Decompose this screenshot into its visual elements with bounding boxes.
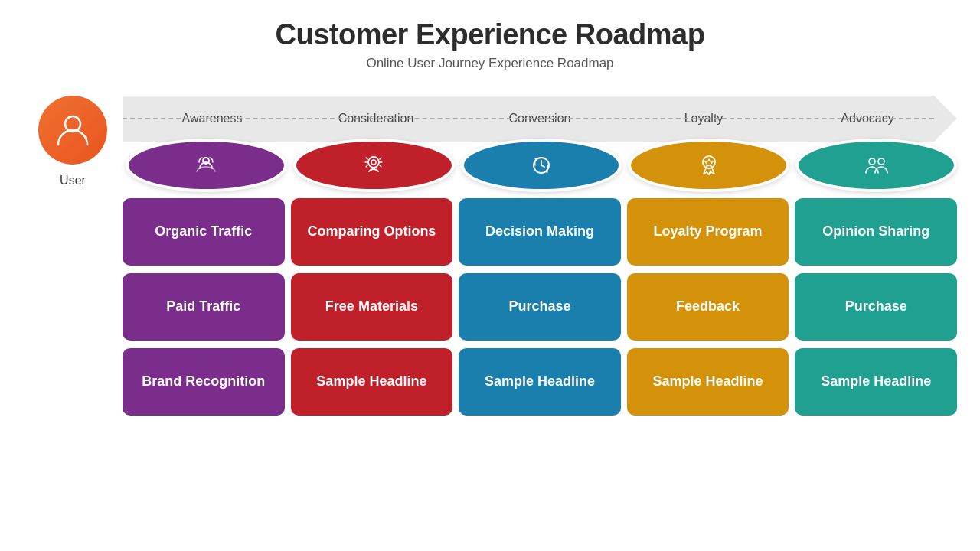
cell-r2-c3: Purchase (459, 273, 621, 341)
svg-point-7 (878, 158, 884, 165)
cell-r1-c5: Opinion Sharing (795, 198, 957, 266)
cell-r3-c2: Sample Headline (291, 348, 453, 416)
cell-r1-c3: Decision Making (459, 198, 621, 266)
icon-wrapper-loyalty (628, 139, 789, 192)
cell-r3-c1: Brand Recognition (122, 348, 285, 416)
icon-circle-loyalty (628, 139, 789, 192)
icon-wrapper-conversion (461, 139, 622, 192)
icon-circle-advocacy (795, 139, 957, 192)
svg-point-2 (368, 157, 379, 168)
awareness-icon (192, 152, 220, 179)
user-avatar (38, 96, 107, 165)
icon-wrapper-consideration (293, 139, 455, 192)
cell-r2-c4: Feedback (627, 273, 789, 341)
cell-r1-c2: Comparing Options (291, 198, 453, 266)
user-label: User (60, 174, 86, 187)
dashed-line (122, 118, 934, 119)
cell-r1-c1: Organic Traffic (122, 198, 285, 266)
grid-row-2: Paid Traffic Free Materials Purchase Fee… (122, 273, 957, 341)
icon-circle-conversion (461, 139, 622, 192)
arrow-banner: Awareness Consideration Conversion Loyal… (122, 96, 957, 142)
icon-wrapper-advocacy (795, 139, 957, 192)
svg-point-5 (703, 156, 715, 168)
page-subtitle: Online User Journey Experience Roadmap (366, 56, 613, 71)
grid-row-1: Organic Traffic Comparing Options Decisi… (122, 198, 957, 266)
cell-r2-c1: Paid Traffic (122, 273, 285, 341)
cell-r1-c4: Loyalty Program (627, 198, 789, 266)
cell-r3-c5: Sample Headline (795, 348, 957, 416)
cell-r3-c4: Sample Headline (627, 348, 789, 416)
loyalty-icon (695, 152, 723, 179)
phase-icons-row (122, 139, 957, 192)
grid-rows: Organic Traffic Comparing Options Decisi… (122, 198, 957, 416)
svg-point-6 (869, 158, 875, 165)
icon-circle-awareness (126, 139, 287, 192)
icon-wrapper-awareness (126, 139, 287, 192)
user-icon (52, 109, 93, 151)
main-content: User Awareness Consideration Conversion … (23, 88, 957, 416)
cell-r2-c5: Purchase (795, 273, 957, 341)
cell-r3-c3: Sample Headline (459, 348, 621, 416)
svg-point-3 (371, 160, 376, 165)
conversion-icon (528, 152, 555, 179)
page-title: Customer Experience Roadmap (276, 18, 705, 51)
cell-r2-c2: Free Materials (291, 273, 453, 341)
consideration-icon (360, 152, 387, 179)
icon-circle-consideration (293, 139, 455, 192)
advocacy-icon (863, 152, 890, 179)
grid-row-3: Brand Recognition Sample Headline Sample… (122, 348, 957, 416)
roadmap-area: Awareness Consideration Conversion Loyal… (122, 88, 957, 416)
user-section: User (23, 96, 122, 187)
